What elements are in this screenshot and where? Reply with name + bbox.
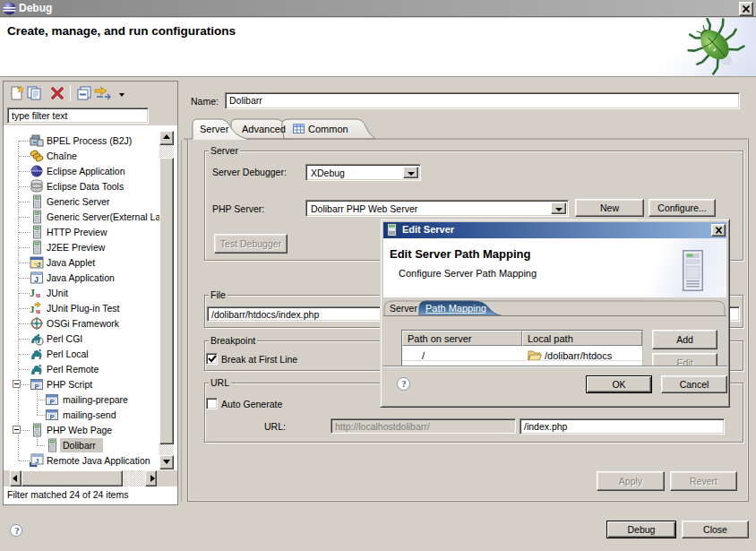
svg-text:J: J xyxy=(35,457,39,465)
svg-text:u: u xyxy=(36,306,40,315)
svg-text:P: P xyxy=(50,398,56,406)
svg-text:Server: Server xyxy=(200,124,229,134)
svg-text:P: P xyxy=(50,413,56,421)
svg-text:Common: Common xyxy=(308,124,348,134)
svg-text:J: J xyxy=(34,275,39,284)
svg-text:Server: Server xyxy=(390,303,417,314)
svg-text:u: u xyxy=(36,290,40,299)
svg-text:J: J xyxy=(37,261,40,269)
svg-text:Path Mapping: Path Mapping xyxy=(425,303,486,314)
svg-text:Advanced: Advanced xyxy=(242,124,286,134)
svg-text:J: J xyxy=(30,287,35,299)
svg-text:J: J xyxy=(30,304,35,314)
